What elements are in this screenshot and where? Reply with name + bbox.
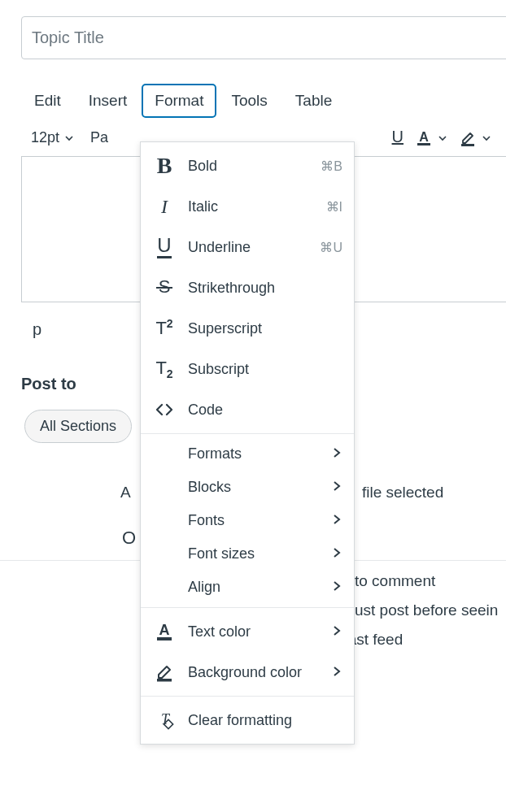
text-color-icon: A (152, 619, 177, 644)
format-textcolor-label: Text color (188, 623, 320, 640)
format-align-label: Align (188, 579, 320, 596)
format-underline-label: Underline (188, 239, 308, 256)
format-superscript-label: Superscript (188, 320, 342, 337)
chevron-right-icon (331, 512, 342, 529)
paragraph-selector[interactable]: Pa (90, 129, 108, 146)
format-align-submenu[interactable]: Align (141, 571, 354, 604)
text-color-icon: A (415, 129, 433, 147)
format-subscript[interactable]: T2 Subscript (141, 349, 354, 389)
text-color-button[interactable]: A (415, 129, 447, 147)
format-italic[interactable]: I Italic ⌘I (141, 186, 354, 227)
format-bold-label: Bold (188, 158, 309, 175)
bold-icon: B (152, 154, 177, 178)
font-size-label: 12pt (31, 129, 59, 146)
format-textcolor-submenu[interactable]: A Text color (141, 611, 354, 652)
menu-format[interactable]: Format (142, 84, 216, 118)
chevron-right-icon (331, 545, 342, 562)
format-fonts-submenu[interactable]: Fonts (141, 504, 354, 537)
format-dropdown: B Bold ⌘B I Italic ⌘I U Underline ⌘U S S… (140, 141, 355, 678)
chevron-right-icon (331, 479, 342, 496)
all-sections-chip[interactable]: All Sections (24, 410, 132, 443)
menu-table[interactable]: Table (282, 84, 345, 118)
format-strike-label: Strikethrough (188, 280, 342, 297)
chevron-down-icon (438, 133, 447, 143)
chevron-right-icon (331, 623, 342, 640)
format-code[interactable]: Code (141, 389, 354, 430)
highlight-icon (459, 129, 477, 147)
menubar: Edit Insert Format Tools Table (21, 84, 506, 118)
menu-insert[interactable]: Insert (76, 84, 141, 118)
chevron-down-icon (64, 133, 74, 143)
format-bgcolor-label: Background color (188, 664, 320, 679)
underline-icon: U (152, 235, 177, 259)
superscript-icon: T2 (152, 316, 177, 341)
format-formats-submenu[interactable]: Formats (141, 437, 354, 471)
highlight-icon (152, 660, 177, 678)
chevron-right-icon (331, 579, 342, 596)
format-italic-shortcut: ⌘I (326, 199, 342, 215)
attachment-prefix: A (120, 484, 130, 501)
format-subscript-label: Subscript (188, 361, 342, 378)
strikethrough-icon: S (152, 276, 177, 300)
svg-rect-2 (461, 144, 474, 146)
format-fontsizes-submenu[interactable]: Font sizes (141, 537, 354, 571)
subscript-icon: T2 (152, 357, 177, 381)
option-to-comment-label: to comment (355, 572, 435, 590)
topic-title-input[interactable] (21, 16, 506, 59)
format-bold-shortcut: ⌘B (321, 158, 342, 174)
format-underline[interactable]: U Underline ⌘U (141, 227, 354, 267)
format-underline-shortcut: ⌘U (320, 240, 342, 255)
highlight-color-button[interactable] (459, 129, 491, 147)
format-formats-label: Formats (188, 445, 320, 462)
format-italic-label: Italic (188, 198, 315, 215)
svg-rect-6 (157, 637, 172, 640)
format-fontsizes-label: Font sizes (188, 545, 320, 562)
paragraph-label: Pa (90, 129, 108, 146)
option-post-before-label: ust post before seein (355, 601, 498, 619)
format-bold[interactable]: B Bold ⌘B (141, 145, 354, 186)
menu-tools[interactable]: Tools (218, 84, 280, 118)
underline-shortcut-button[interactable]: U (392, 128, 403, 148)
svg-text:A: A (159, 622, 170, 638)
code-icon (152, 397, 177, 422)
no-file-selected: file selected (362, 484, 443, 501)
italic-icon: I (152, 194, 177, 219)
svg-text:A: A (419, 130, 429, 144)
chevron-down-icon (482, 133, 491, 143)
format-fonts-label: Fonts (188, 512, 320, 529)
format-blocks-submenu[interactable]: Blocks (141, 471, 354, 504)
menu-edit[interactable]: Edit (21, 84, 74, 118)
chevron-right-icon (331, 664, 342, 679)
format-strikethrough[interactable]: S Strikethrough (141, 267, 354, 308)
format-blocks-label: Blocks (188, 479, 320, 496)
font-size-selector[interactable]: 12pt (31, 129, 74, 146)
svg-rect-1 (417, 143, 430, 145)
format-code-label: Code (188, 402, 342, 419)
format-bgcolor-submenu[interactable]: Background color (141, 652, 354, 678)
format-superscript[interactable]: T2 Superscript (141, 308, 354, 349)
chevron-right-icon (331, 445, 342, 462)
